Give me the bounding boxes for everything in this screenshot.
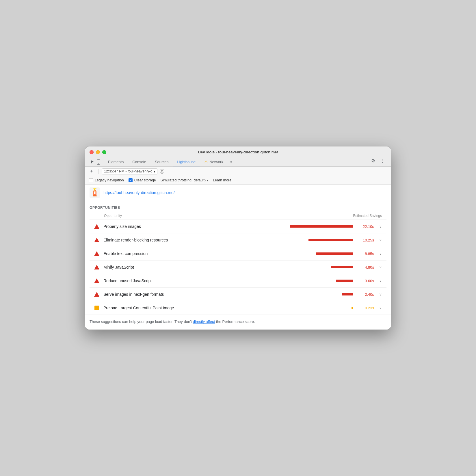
clear-storage-label: Clear storage xyxy=(134,178,156,182)
savings-value: 8.85s xyxy=(360,252,374,256)
savings-value: 0.23s xyxy=(360,306,374,310)
window-title: DevTools - foul-heavenly-direction.glitc… xyxy=(198,150,278,154)
chevron-down-icon: ∨ xyxy=(379,238,382,242)
legacy-navigation-option[interactable]: Legacy navigation xyxy=(89,178,124,182)
minimize-button[interactable] xyxy=(96,150,100,154)
opportunity-label: Properly size images xyxy=(103,224,286,229)
savings-bar xyxy=(352,307,353,309)
no-entry-icon: ⊘ xyxy=(160,169,164,174)
chevron-down-icon: ∨ xyxy=(379,265,382,269)
devtools-icons xyxy=(90,159,101,166)
warning-red-icon xyxy=(94,278,99,283)
tab-more[interactable]: » xyxy=(228,158,235,166)
main-content: https://foul-heavenly-direction.glitch.m… xyxy=(85,185,391,330)
clear-storage-option[interactable]: Clear storage xyxy=(129,178,156,182)
url-selector[interactable]: 12:35:47 PM - foul-heavenly-c ▾ xyxy=(102,168,157,174)
legacy-navigation-checkbox[interactable] xyxy=(89,178,93,182)
opportunity-label: Eliminate render-blocking resources xyxy=(103,238,304,242)
throttle-label: Simulated throttling (default) xyxy=(161,178,206,182)
savings-value: 2.40s xyxy=(360,292,374,297)
savings-bar xyxy=(316,252,353,255)
col-opportunity: Opportunity xyxy=(104,214,122,218)
opportunity-row[interactable]: Serve images in next-gen formats 2.40s ∨ xyxy=(90,287,386,301)
opportunity-label: Enable text compression xyxy=(103,251,312,256)
lighthouse-logo xyxy=(90,187,100,198)
clear-storage-checkbox[interactable] xyxy=(129,178,133,182)
chevron-down-icon: ∨ xyxy=(379,252,382,256)
tab-elements[interactable]: Elements xyxy=(104,158,128,166)
more-options-button[interactable]: ⋮ xyxy=(378,157,386,165)
url-bar: https://foul-heavenly-direction.glitch.m… xyxy=(85,185,391,201)
svg-point-7 xyxy=(94,189,95,190)
title-bar: DevTools - foul-heavenly-direction.glitc… xyxy=(85,146,391,167)
opportunity-label: Serve images in next-gen formats xyxy=(103,292,338,297)
savings-bar xyxy=(336,280,353,282)
maximize-button[interactable] xyxy=(102,150,106,154)
settings-button[interactable]: ⚙ xyxy=(369,157,377,165)
warning-red-icon xyxy=(94,251,99,256)
mobile-icon[interactable] xyxy=(96,159,101,165)
savings-bar xyxy=(331,266,353,268)
legacy-navigation-label: Legacy navigation xyxy=(95,178,124,182)
footer-text-after: the Performance score. xyxy=(215,319,255,324)
url-bar-more-button[interactable]: ⋮ xyxy=(380,189,386,196)
savings-value: 3.60s xyxy=(360,279,374,283)
tab-console[interactable]: Console xyxy=(128,158,150,166)
close-button[interactable] xyxy=(90,150,94,154)
opportunity-label: Preload Largest Contentful Paint image xyxy=(103,306,347,310)
svg-point-1 xyxy=(98,163,99,164)
savings-bar xyxy=(342,293,353,295)
secondary-bar: + 12:35:47 PM - foul-heavenly-c ▾ ⊘ xyxy=(85,167,391,176)
opportunity-row[interactable]: Preload Largest Contentful Paint image 0… xyxy=(90,301,386,315)
url-selector-text: 12:35:47 PM - foul-heavenly-c xyxy=(104,169,152,173)
cursor-icon[interactable] xyxy=(90,159,95,165)
chevron-down-icon: ∨ xyxy=(379,306,382,310)
opportunity-label: Minify JavaScript xyxy=(103,265,327,269)
directly-affect-link[interactable]: directly affect xyxy=(193,319,215,324)
throttle-selector[interactable]: Simulated throttling (default) ▾ xyxy=(161,178,208,182)
opportunity-row[interactable]: Properly size images 22.10s ∨ xyxy=(90,220,386,233)
traffic-lights xyxy=(90,150,106,154)
tab-network[interactable]: ⚠ Network xyxy=(200,158,227,166)
savings-value: 10.25s xyxy=(360,238,374,242)
warning-red-icon xyxy=(94,237,99,243)
tab-actions: ⚙ ⋮ xyxy=(369,157,386,166)
section-title: OPPORTUNITIES xyxy=(90,201,386,212)
svg-rect-4 xyxy=(93,196,97,196)
svg-rect-6 xyxy=(94,191,96,194)
savings-bar xyxy=(308,239,353,241)
savings-bar xyxy=(290,225,353,228)
browser-window: DevTools - foul-heavenly-direction.glitc… xyxy=(85,146,391,330)
chevron-down-icon: ∨ xyxy=(379,292,382,296)
tab-bar: Elements Console Sources Lighthouse ⚠ Ne… xyxy=(90,157,386,166)
footer-note: These suggestions can help your page loa… xyxy=(85,315,391,330)
chevron-down-icon: ∨ xyxy=(379,279,382,283)
col-savings: Estimated Savings xyxy=(353,214,382,218)
tab-sources[interactable]: Sources xyxy=(151,158,173,166)
warning-yellow-icon xyxy=(94,305,99,310)
warning-red-icon xyxy=(94,224,99,229)
savings-value: 22.10s xyxy=(360,224,374,229)
dropdown-arrow-icon: ▾ xyxy=(153,169,155,174)
opportunities-section: OPPORTUNITIES Opportunity Estimated Savi… xyxy=(85,201,391,315)
learn-more-link[interactable]: Learn more xyxy=(213,178,231,182)
warning-red-icon xyxy=(94,292,99,297)
opportunity-row[interactable]: Minify JavaScript 4.80s ∨ xyxy=(90,260,386,274)
opportunity-row[interactable]: Reduce unused JavaScript 3.60s ∨ xyxy=(90,274,386,287)
opportunity-label: Reduce unused JavaScript xyxy=(103,278,332,283)
opportunity-row[interactable]: Eliminate render-blocking resources 10.2… xyxy=(90,233,386,247)
savings-value: 4.80s xyxy=(360,265,374,269)
table-header: Opportunity Estimated Savings xyxy=(90,212,386,220)
opportunity-row[interactable]: Enable text compression 8.85s ∨ xyxy=(90,247,386,260)
warning-icon: ⚠ xyxy=(204,159,208,164)
tab-lighthouse[interactable]: Lighthouse xyxy=(173,158,200,166)
chevron-down-icon: ∨ xyxy=(379,224,382,228)
footer-text-before: These suggestions can help your page loa… xyxy=(90,319,193,324)
options-bar: Legacy navigation Clear storage Simulate… xyxy=(85,176,391,185)
throttle-dropdown-icon: ▾ xyxy=(207,179,208,182)
target-url: https://foul-heavenly-direction.glitch.m… xyxy=(103,190,376,195)
add-button[interactable]: + xyxy=(88,168,95,174)
warning-red-icon xyxy=(94,265,99,270)
